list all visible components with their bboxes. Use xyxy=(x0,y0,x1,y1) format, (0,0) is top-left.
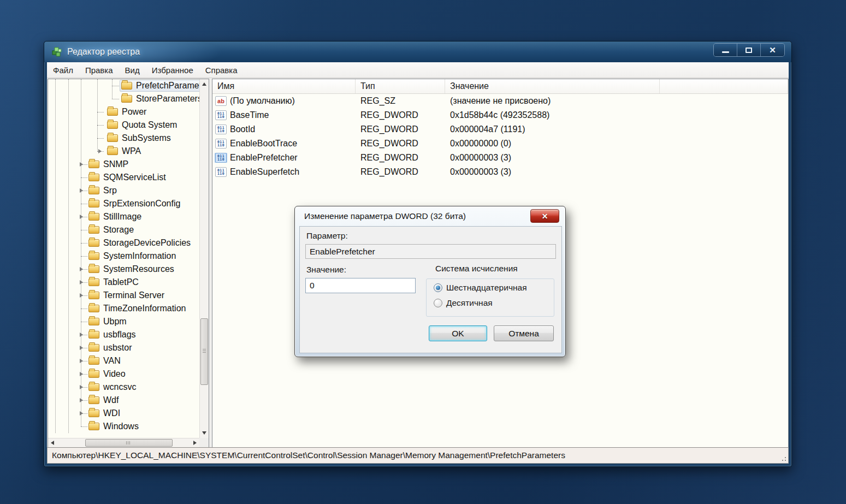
tree-item-body[interactable]: SystemInformation xyxy=(87,250,179,262)
tree-item-body[interactable]: StoreParameters xyxy=(120,93,199,105)
resize-grip-icon[interactable] xyxy=(780,455,786,461)
tree-item-StoreParameters[interactable]: StoreParameters xyxy=(48,92,199,105)
tree-item-Wdf[interactable]: Wdf xyxy=(48,394,199,407)
expand-arrow-icon[interactable] xyxy=(77,396,86,405)
tree-item-body[interactable]: StillImage xyxy=(87,211,144,223)
expand-arrow-icon[interactable] xyxy=(77,370,86,378)
scroll-up-icon[interactable] xyxy=(202,82,206,86)
value-name-cell[interactable]: 011110BootId xyxy=(212,124,356,134)
radio-selected-icon[interactable] xyxy=(434,283,442,292)
title-bar[interactable]: Редактор реестра ✕ xyxy=(44,41,791,62)
tree-item-body[interactable]: Quota System xyxy=(105,119,180,131)
tree-item-Video[interactable]: Video xyxy=(48,367,199,381)
value-row-BootId[interactable]: 011110BootIdREG_DWORD0x000004a7 (1191) xyxy=(212,122,788,137)
close-button[interactable]: ✕ xyxy=(761,44,784,56)
tree-item-body[interactable]: Windows xyxy=(87,420,141,432)
tree-item-body[interactable]: WPA xyxy=(105,145,144,157)
tree-item-body[interactable]: usbstor xyxy=(87,342,134,354)
expand-arrow-icon[interactable] xyxy=(77,186,86,195)
tree-item-body[interactable]: SystemResources xyxy=(87,263,177,275)
menu-favorites[interactable]: Избранное xyxy=(146,62,199,78)
tree-item-body[interactable]: wcncsvc xyxy=(87,381,139,393)
tree-item-SystemInformation[interactable]: SystemInformation xyxy=(48,250,199,263)
ok-button[interactable]: OK xyxy=(429,325,487,341)
value-name-cell[interactable]: ab(По умолчанию) xyxy=(212,96,356,106)
tree-item-body[interactable]: TimeZoneInformation xyxy=(87,303,188,315)
tree-item-Storage[interactable]: Storage xyxy=(48,223,199,236)
tree-item-SNMP[interactable]: SNMP xyxy=(48,158,199,171)
tree-item-body[interactable]: usbflags xyxy=(87,329,139,341)
expand-arrow-icon[interactable] xyxy=(77,160,86,169)
tree-item-usbflags[interactable]: usbflags xyxy=(48,328,199,341)
vertical-scroll-thumb[interactable] xyxy=(200,318,208,385)
column-header-type[interactable]: Тип xyxy=(356,79,445,93)
value-row-EnableBootTrace[interactable]: 011110EnableBootTraceREG_DWORD0x00000000… xyxy=(212,137,788,151)
scroll-right-icon[interactable] xyxy=(193,441,197,445)
tree-item-body[interactable]: VAN xyxy=(87,355,123,367)
tree-item-body[interactable]: Wdf xyxy=(87,394,121,406)
horizontal-scroll-thumb[interactable] xyxy=(85,439,173,447)
column-header-value[interactable]: Значение xyxy=(445,79,660,93)
expand-arrow-icon[interactable] xyxy=(77,330,86,339)
tree-item-Quota-System[interactable]: Quota System xyxy=(48,118,199,132)
value-input[interactable] xyxy=(305,278,416,293)
tree-item-Power[interactable]: Power xyxy=(48,105,199,118)
expand-arrow-icon[interactable] xyxy=(77,291,86,300)
tree-item-SrpExtensionConfig[interactable]: SrpExtensionConfig xyxy=(48,197,199,210)
tree-item-body[interactable]: Video xyxy=(87,368,128,380)
tree-item-body[interactable]: SNMP xyxy=(87,158,131,170)
dialog-close-button[interactable]: ✕ xyxy=(530,209,559,223)
tree-item-body[interactable]: Ubpm xyxy=(87,316,129,328)
value-row-Ba-eTime[interactable]: 011110BaseTimeREG_DWORD0x1d58b44c (49235… xyxy=(212,108,788,122)
tree-item-Ubpm[interactable]: Ubpm xyxy=(48,315,199,328)
tree-item-SystemResources[interactable]: SystemResources xyxy=(48,263,199,276)
tree-item-body[interactable]: WDI xyxy=(87,407,123,419)
scroll-down-icon[interactable] xyxy=(202,431,206,435)
radio-hexadecimal[interactable]: Шестнадцатеричная xyxy=(434,283,527,293)
tree-item-Terminal-Server[interactable]: Terminal Server xyxy=(48,289,199,302)
tree-item-WDI[interactable]: WDI xyxy=(48,407,199,420)
value-row--По умолчанию-[interactable]: ab(По умолчанию)REG_SZ(значение не присв… xyxy=(212,94,788,108)
menu-help[interactable]: Справка xyxy=(199,62,244,78)
tree-item-SQMServiceList[interactable]: SQMServiceList xyxy=(48,171,199,184)
scroll-left-icon[interactable] xyxy=(51,441,54,445)
tree-item-VAN[interactable]: VAN xyxy=(48,354,199,367)
value-name-cell[interactable]: 011110EnableSuperfetch xyxy=(212,167,356,177)
tree-item-body[interactable]: SQMServiceList xyxy=(87,171,169,183)
maximize-button[interactable] xyxy=(737,44,761,56)
expand-arrow-icon[interactable] xyxy=(77,357,86,365)
tree-item-Windows[interactable]: Windows xyxy=(48,420,199,433)
expand-arrow-icon[interactable] xyxy=(77,409,86,418)
tree-vertical-scrollbar[interactable] xyxy=(199,79,209,438)
tree-item-Srp[interactable]: Srp xyxy=(48,184,199,197)
tree-item-SubSystems[interactable]: SubSystems xyxy=(48,132,199,145)
cancel-button[interactable]: Отмена xyxy=(494,325,554,341)
value-row-EnableSuperfetch[interactable]: 011110EnableSuperfetchREG_DWORD0x0000000… xyxy=(212,165,788,179)
tree-item-TimeZoneInformation[interactable]: TimeZoneInformation xyxy=(48,302,199,315)
value-name-cell[interactable]: 011110EnablePrefetcher xyxy=(212,153,356,163)
column-header-name[interactable]: Имя xyxy=(212,79,356,93)
minimize-button[interactable] xyxy=(714,44,737,56)
tree-item-PrefetchParamet[interactable]: PrefetchParamet xyxy=(48,79,199,92)
tree-item-body[interactable]: Srp xyxy=(87,185,120,197)
tree-item-StillImage[interactable]: StillImage xyxy=(48,210,199,223)
tree-item-wcncsvc[interactable]: wcncsvc xyxy=(48,381,199,394)
menu-edit[interactable]: Правка xyxy=(79,62,119,78)
radio-decimal[interactable]: Десятичная xyxy=(434,298,493,308)
tree-horizontal-scrollbar[interactable] xyxy=(48,438,199,447)
expand-arrow-icon[interactable] xyxy=(77,212,86,221)
tree-item-body[interactable]: SubSystems xyxy=(105,132,174,144)
expand-arrow-icon[interactable] xyxy=(77,265,86,274)
radio-unselected-icon[interactable] xyxy=(434,299,442,307)
expand-arrow-icon[interactable] xyxy=(77,278,86,287)
tree-item-TabletPC[interactable]: TabletPC xyxy=(48,276,199,289)
menu-view[interactable]: Вид xyxy=(119,62,146,78)
tree-item-body[interactable]: Power xyxy=(105,106,149,118)
expand-arrow-icon[interactable] xyxy=(77,343,86,352)
tree-item-StorageDevicePolicies[interactable]: StorageDevicePolicies xyxy=(48,236,199,250)
menu-file[interactable]: Файл xyxy=(47,62,79,78)
param-name-field[interactable] xyxy=(305,244,556,259)
tree-item-body[interactable]: Storage xyxy=(87,224,137,236)
tree-item-usbstor[interactable]: usbstor xyxy=(48,341,199,354)
tree-item-body[interactable]: TabletPC xyxy=(87,276,141,288)
